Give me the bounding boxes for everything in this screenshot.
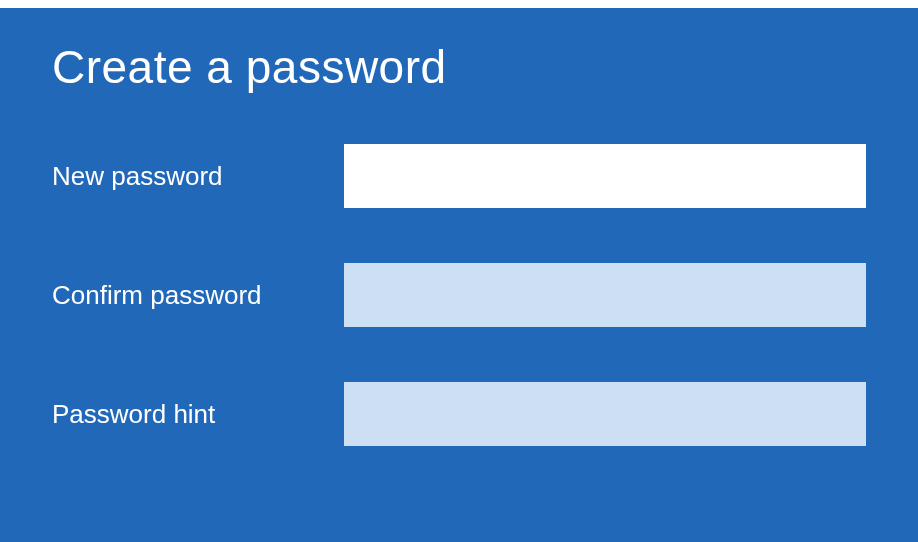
label-confirm-password: Confirm password bbox=[52, 280, 344, 311]
row-confirm-password: Confirm password bbox=[52, 263, 866, 327]
row-new-password: New password bbox=[52, 144, 866, 208]
create-password-dialog: Create a password New password Confirm p… bbox=[0, 0, 918, 446]
label-new-password: New password bbox=[52, 161, 344, 192]
dialog-title: Create a password bbox=[52, 40, 866, 94]
label-password-hint: Password hint bbox=[52, 399, 344, 430]
background-peek bbox=[0, 0, 918, 8]
new-password-input[interactable] bbox=[344, 144, 866, 208]
password-hint-input[interactable] bbox=[344, 382, 866, 446]
confirm-password-input[interactable] bbox=[344, 263, 866, 327]
row-password-hint: Password hint bbox=[52, 382, 866, 446]
